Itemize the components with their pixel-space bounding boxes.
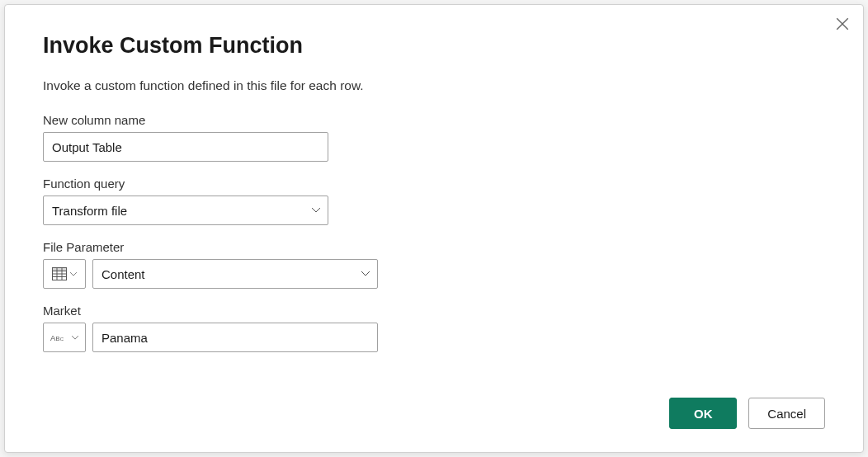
type-picker-market[interactable]: A B C bbox=[43, 323, 86, 352]
svg-text:C: C bbox=[60, 337, 64, 342]
field-new-column: New column name bbox=[43, 113, 825, 162]
dialog-title: Invoke Custom Function bbox=[43, 33, 825, 59]
label-new-column: New column name bbox=[43, 113, 825, 127]
text-type-icon: A B C bbox=[50, 332, 68, 343]
select-function-query-value: Transform file bbox=[52, 204, 127, 218]
input-new-column[interactable] bbox=[43, 132, 328, 162]
chevron-down-icon bbox=[70, 272, 77, 276]
field-file-parameter: File Parameter bbox=[43, 240, 825, 289]
close-icon[interactable] bbox=[835, 16, 850, 31]
svg-rect-3 bbox=[53, 268, 67, 271]
type-picker-file-parameter[interactable] bbox=[43, 259, 86, 289]
select-file-parameter-value: Content bbox=[101, 267, 145, 281]
chevron-down-icon bbox=[72, 336, 78, 340]
table-icon bbox=[52, 267, 67, 280]
select-file-parameter[interactable]: Content bbox=[92, 259, 378, 289]
input-market[interactable] bbox=[92, 323, 378, 352]
invoke-function-dialog: Invoke Custom Function Invoke a custom f… bbox=[4, 4, 864, 453]
svg-text:B: B bbox=[56, 335, 60, 342]
cancel-button[interactable]: Cancel bbox=[748, 398, 825, 429]
ok-button[interactable]: OK bbox=[669, 398, 737, 429]
dialog-buttons: OK Cancel bbox=[669, 398, 825, 429]
dialog-description: Invoke a custom function defined in this… bbox=[43, 78, 825, 93]
select-function-query[interactable]: Transform file bbox=[43, 196, 328, 225]
label-market: Market bbox=[43, 304, 825, 318]
label-function-query: Function query bbox=[43, 177, 825, 191]
field-function-query: Function query Transform file bbox=[43, 177, 825, 225]
label-file-parameter: File Parameter bbox=[43, 240, 825, 254]
field-market: Market A B C bbox=[43, 304, 825, 352]
